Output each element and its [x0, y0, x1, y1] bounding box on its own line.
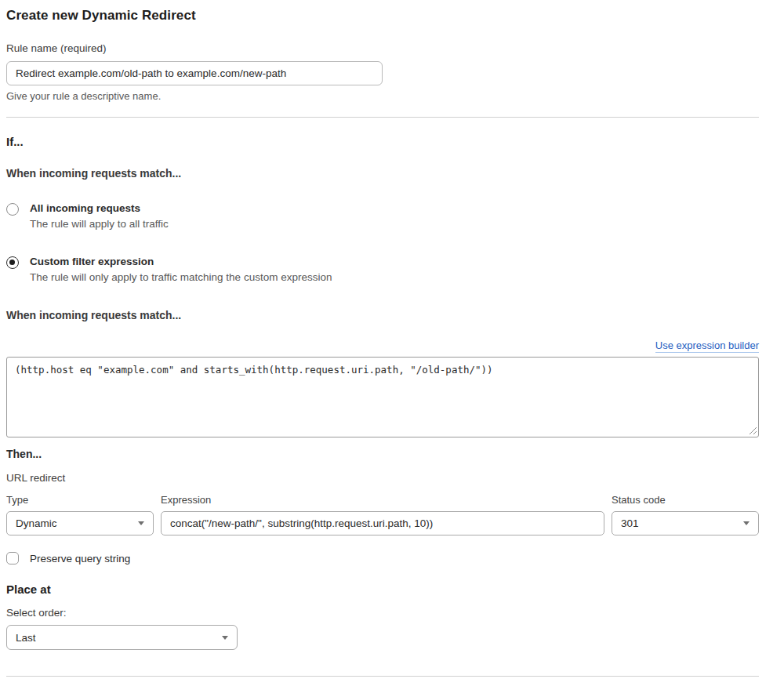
- radio-option-description: The rule will only apply to traffic matc…: [30, 271, 332, 283]
- preserve-query-string-row[interactable]: Preserve query string: [6, 552, 759, 564]
- page-title: Create new Dynamic Redirect: [6, 8, 759, 24]
- section-divider: [6, 117, 759, 118]
- redirect-expression-input[interactable]: [161, 511, 604, 535]
- order-select[interactable]: Last: [6, 625, 238, 650]
- then-fields-row: Type Dynamic Expression Status code 301: [6, 494, 759, 535]
- expression-editor-wrap: (http.host eq "example.com" and starts_w…: [6, 357, 759, 437]
- url-redirect-label: URL redirect: [6, 472, 759, 484]
- rule-name-helper: Give your rule a descriptive name.: [6, 90, 759, 102]
- order-select-value: Last: [16, 632, 36, 644]
- type-label: Type: [6, 494, 154, 506]
- expression-label: Expression: [161, 494, 604, 506]
- radio-option-description: The rule will apply to all traffic: [30, 218, 169, 230]
- if-heading: If...: [6, 135, 759, 148]
- checkbox-unchecked-icon[interactable]: [6, 552, 19, 564]
- radio-unchecked-icon[interactable]: [6, 203, 19, 216]
- radio-option-custom-filter-expression[interactable]: Custom filter expression The rule will o…: [6, 256, 759, 283]
- rule-name-input[interactable]: [6, 61, 383, 85]
- select-order-label: Select order:: [6, 607, 759, 619]
- filter-expression-textarea[interactable]: (http.host eq "example.com" and starts_w…: [6, 357, 759, 437]
- chevron-down-icon: [743, 521, 750, 525]
- preserve-query-string-label: Preserve query string: [30, 553, 130, 564]
- type-select-value: Dynamic: [16, 517, 57, 529]
- radio-option-label: Custom filter expression: [30, 256, 332, 267]
- radio-option-label: All incoming requests: [30, 202, 169, 214]
- radio-option-all-incoming-requests[interactable]: All incoming requests The rule will appl…: [6, 202, 759, 230]
- then-heading: Then...: [6, 448, 759, 460]
- builder-link-row: Use expression builder: [6, 338, 759, 352]
- rule-name-label: Rule name (required): [6, 42, 759, 54]
- chevron-down-icon: [138, 521, 144, 525]
- expression-match-heading: When incoming requests match...: [6, 309, 759, 321]
- status-code-label: Status code: [612, 494, 759, 506]
- chevron-down-icon: [222, 636, 228, 640]
- place-at-heading: Place at: [6, 583, 759, 596]
- radio-checked-icon[interactable]: [6, 256, 19, 269]
- status-code-select-value: 301: [621, 517, 639, 529]
- footer-divider: [6, 676, 759, 677]
- type-select[interactable]: Dynamic: [6, 511, 154, 535]
- status-code-select[interactable]: 301: [612, 511, 759, 535]
- use-expression-builder-link[interactable]: Use expression builder: [655, 339, 759, 353]
- match-heading: When incoming requests match...: [6, 167, 759, 180]
